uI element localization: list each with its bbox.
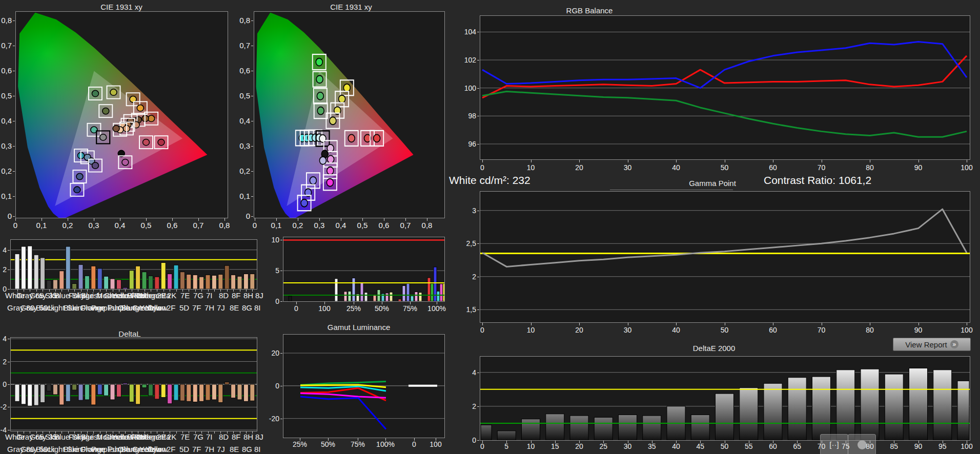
axis-tick [220, 290, 221, 292]
axis-tick [280, 386, 282, 386]
axis-tick [414, 438, 415, 441]
axis-tick [749, 441, 749, 443]
axis-tick [918, 160, 919, 162]
patch-label: 2F [167, 445, 176, 453]
axis-tick [227, 290, 228, 292]
axis-tick [280, 353, 282, 354]
axis-tick [603, 441, 604, 443]
tick-label: 0 [480, 443, 484, 450]
axis-tick [531, 441, 532, 443]
patch-label: 2K [167, 292, 176, 299]
axis-tick [42, 218, 42, 221]
axis-tick [201, 431, 202, 434]
axis-tick [68, 290, 69, 292]
axis-tick [410, 302, 411, 304]
axis-tick [176, 290, 177, 292]
circle-icon [858, 440, 867, 449]
tick-label: 25% [346, 305, 361, 312]
axis-tick [113, 431, 113, 434]
axis-tick [93, 290, 94, 292]
axis-tick [579, 323, 580, 325]
tick-label: 60 [769, 326, 777, 334]
tick-label: 2,5 [466, 240, 476, 247]
tick-label: 30 [624, 443, 632, 450]
tick-label: 100 [430, 441, 441, 448]
colorchecker-labels-row1: WhiteGray 65Gray 35SkinBlue SkyFoliageBl… [4, 292, 271, 302]
tick-label: 40 [672, 326, 680, 334]
axis-tick [214, 431, 215, 434]
tick-label: 20 [575, 164, 583, 171]
axis-tick [382, 302, 382, 304]
tick-label: 10 [527, 326, 535, 334]
tick-label: 0,8 [422, 221, 433, 229]
axis-tick [773, 323, 773, 325]
tick-label: 0 [246, 212, 250, 220]
tick-label: 75 [842, 443, 850, 450]
axis-tick [251, 71, 253, 71]
tick-label: 0,6 [379, 221, 390, 229]
tick-label: 50% [375, 305, 389, 312]
axis-tick [822, 323, 822, 325]
axis-tick [251, 146, 253, 147]
chevron-right-icon: » [950, 340, 958, 348]
tick-label: 15 [551, 443, 559, 450]
axis-tick [15, 218, 16, 221]
axis-tick [482, 441, 483, 443]
tick-label: 100 [961, 164, 972, 171]
axis-tick [13, 171, 15, 172]
patch-label: 8G [242, 445, 252, 453]
patch-label: 8D [219, 433, 229, 441]
axis-tick [24, 431, 24, 434]
tick-label: 0,2 [239, 167, 250, 175]
axis-tick [298, 218, 298, 221]
axis-tick [138, 431, 138, 434]
axis-tick [628, 323, 628, 325]
tick-label: 0 [275, 298, 279, 305]
axis-tick [227, 431, 228, 434]
axis-tick [240, 431, 240, 434]
tick-label: 20 [271, 349, 279, 357]
tick-label: 70 [818, 443, 826, 450]
axis-tick [182, 290, 183, 292]
axis-tick [354, 302, 354, 304]
axis-tick [81, 431, 81, 434]
patch-label: 2E [157, 292, 166, 299]
axis-tick [93, 431, 94, 434]
tick-label: -2 [1, 403, 7, 410]
tick-label: 80 [866, 164, 874, 171]
axis-tick [531, 160, 532, 162]
view-report-button[interactable]: View Report » [893, 338, 971, 351]
cie-1931-diagram-colorchecker [15, 11, 228, 218]
patch-label: 7E [180, 292, 190, 299]
patch-label: 7I [206, 292, 213, 299]
patch-label: Cyan [148, 445, 166, 453]
tick-label: 20 [575, 326, 583, 334]
tick-label: 2 [3, 358, 7, 365]
tick-label: 40 [672, 443, 680, 450]
tick-label: 0,1 [36, 221, 47, 229]
axis-tick [967, 160, 967, 162]
axis-tick [506, 441, 507, 443]
tick-label: 100 [961, 443, 972, 450]
axis-tick [146, 218, 147, 221]
tick-label: 5 [275, 267, 279, 274]
tick-label: 70 [818, 164, 826, 171]
rgb-balance-chart [480, 15, 970, 160]
axis-tick [967, 323, 967, 325]
axis-tick [13, 46, 15, 46]
tick-label: 2 [3, 266, 7, 273]
axis-tick [176, 431, 177, 434]
tick-label: 0,5 [141, 221, 152, 229]
tick-label: 0,4 [239, 117, 250, 125]
axis-tick [30, 431, 30, 434]
axis-tick [214, 290, 215, 292]
axis-tick [94, 218, 94, 221]
axis-tick [8, 339, 10, 339]
tick-label: 4 [472, 369, 476, 376]
axis-tick [49, 431, 50, 434]
tick-label: 0 [253, 221, 257, 229]
gamma-point-title: Gamma Point [689, 179, 736, 188]
axis-tick [233, 290, 234, 292]
tick-label: 4 [3, 246, 7, 254]
axis-tick [251, 46, 253, 46]
